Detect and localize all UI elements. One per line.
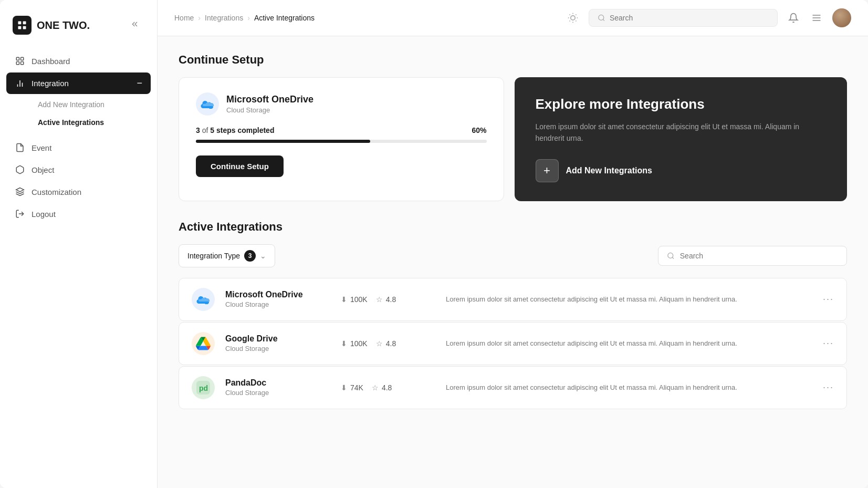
filter-count-badge: 3 xyxy=(244,250,256,262)
download-icon: ⬇ xyxy=(341,339,347,348)
user-avatar[interactable] xyxy=(832,8,851,27)
explore-title: Explore more Integrations xyxy=(536,96,827,112)
sidebar-item-label: Integration xyxy=(32,79,69,88)
steps-text: 3 of 5 steps completed xyxy=(196,126,274,134)
onedrive-description: Lorem ipsum dolor sit amet consectetur a… xyxy=(446,294,812,305)
object-icon xyxy=(15,164,25,175)
add-new-integrations-button[interactable]: + Add New Integrations xyxy=(536,159,827,182)
onedrive-rating: ☆ 4.8 xyxy=(376,295,396,304)
integration-type-filter[interactable]: Integration Type 3 ⌄ xyxy=(179,244,275,267)
notifications-button[interactable] xyxy=(786,11,801,25)
customization-icon xyxy=(15,186,25,197)
breadcrumb-sep-1: › xyxy=(198,14,201,22)
gdrive-downloads: ⬇ 100K xyxy=(341,339,368,348)
pandadoc-downloads: ⬇ 74K xyxy=(341,383,363,392)
pandadoc-logo-small: pd xyxy=(192,376,215,399)
pandadoc-name: PandaDoc xyxy=(225,378,330,388)
card-type: Cloud Storage xyxy=(226,106,313,114)
onedrive-name: Microsoft OneDrive xyxy=(225,290,330,299)
breadcrumb-integrations[interactable]: Integrations xyxy=(205,14,243,22)
breadcrumb-home[interactable]: Home xyxy=(174,14,194,22)
sidebar-item-label: Logout xyxy=(32,210,56,219)
sidebar-item-dashboard[interactable]: Dashboard xyxy=(6,50,151,71)
explore-card: Explore more Integrations Lorem ipsum do… xyxy=(515,77,848,201)
gdrive-type: Cloud Storage xyxy=(225,345,330,352)
filter-label: Integration Type xyxy=(187,252,240,260)
star-icon: ☆ xyxy=(376,295,383,304)
svg-rect-7 xyxy=(21,62,24,65)
svg-line-17 xyxy=(576,20,576,21)
sidebar-nav: Dashboard Integration − xyxy=(0,50,157,94)
svg-line-28 xyxy=(672,257,674,259)
integration-item-gdrive: Google Drive Cloud Storage ⬇ 100K ☆ 4.8 xyxy=(179,322,847,365)
integration-icon xyxy=(15,78,25,89)
sidebar-item-logout[interactable]: Logout xyxy=(6,203,151,224)
svg-line-23 xyxy=(603,19,604,21)
logo-text: ONE TWO. xyxy=(37,19,90,32)
collapse-icon: − xyxy=(137,78,142,89)
filter-chevron-icon: ⌄ xyxy=(260,252,266,260)
svg-rect-3 xyxy=(23,26,26,29)
filter-row: Integration Type 3 ⌄ xyxy=(179,244,847,267)
integration-list: Microsoft OneDrive Cloud Storage ⬇ 100K … xyxy=(179,278,847,409)
sidebar-item-object[interactable]: Object xyxy=(6,159,151,180)
sidebar-item-active-integrations[interactable]: Active Integrations xyxy=(29,114,151,131)
sidebar-collapse-button[interactable] xyxy=(128,18,144,33)
gdrive-logo-small xyxy=(192,332,215,355)
sidebar-item-event[interactable]: Event xyxy=(6,137,151,158)
sidebar-item-integration[interactable]: Integration − xyxy=(6,72,151,94)
card-name: Microsoft OneDrive xyxy=(226,94,313,105)
integration-search-input[interactable] xyxy=(680,252,838,260)
download-icon: ⬇ xyxy=(341,295,347,304)
menu-button[interactable] xyxy=(809,11,824,25)
svg-rect-5 xyxy=(21,57,24,60)
gdrive-more-button[interactable]: ··· xyxy=(823,338,834,349)
add-icon: + xyxy=(536,159,559,182)
svg-rect-4 xyxy=(16,57,19,60)
integration-item-pandadoc: pd PandaDoc Cloud Storage ⬇ 74K xyxy=(179,366,847,409)
onedrive-downloads: ⬇ 100K xyxy=(341,295,368,304)
pandadoc-stats: ⬇ 74K ☆ 4.8 xyxy=(341,383,435,392)
svg-point-27 xyxy=(668,253,673,258)
svg-point-22 xyxy=(599,15,604,20)
pandadoc-description: Lorem ipsum dolor sit amet consectetur a… xyxy=(446,382,812,393)
svg-line-16 xyxy=(570,15,570,15)
svg-line-20 xyxy=(570,20,570,21)
active-integrations-title: Active Integrations xyxy=(179,220,847,234)
pandadoc-rating: ☆ 4.8 xyxy=(372,383,392,392)
logo-icon xyxy=(13,16,32,35)
integration-subnav: Add New Integration Active Integrations xyxy=(0,94,157,133)
logo-area: ONE TWO. xyxy=(0,11,157,50)
breadcrumb-sep-2: › xyxy=(247,14,250,22)
onedrive-logo xyxy=(196,92,219,116)
header-right xyxy=(566,8,851,27)
gdrive-description: Lorem ipsum dolor sit amet consectetur a… xyxy=(446,338,812,349)
steps-pct: 60% xyxy=(472,126,486,134)
continue-setup-button[interactable]: Continue Setup xyxy=(196,155,284,177)
main-content: Home › Integrations › Active Integration… xyxy=(158,0,868,488)
page-content: Continue Setup Microsoft OneDrive xyxy=(158,36,868,488)
header-search-input[interactable] xyxy=(610,14,769,22)
dashboard-icon xyxy=(15,56,25,66)
pandadoc-more-button[interactable]: ··· xyxy=(823,382,834,393)
progress-fill xyxy=(196,140,370,143)
sidebar-item-label: Object xyxy=(32,165,54,174)
star-icon: ☆ xyxy=(372,383,379,392)
integration-item-onedrive: Microsoft OneDrive Cloud Storage ⬇ 100K … xyxy=(179,278,847,321)
theme-toggle-button[interactable] xyxy=(566,11,580,25)
onedrive-more-button[interactable]: ··· xyxy=(823,294,834,305)
integration-search-box[interactable] xyxy=(658,246,847,266)
header-search-box[interactable] xyxy=(589,9,778,27)
onedrive-logo-small xyxy=(192,288,215,311)
onedrive-type: Cloud Storage xyxy=(225,300,330,308)
gdrive-name: Google Drive xyxy=(225,334,330,344)
sidebar-item-label: Event xyxy=(32,143,51,152)
svg-rect-2 xyxy=(18,26,22,29)
sidebar-item-add-new[interactable]: Add New Integration xyxy=(29,96,151,113)
sidebar-item-label: Dashboard xyxy=(32,57,70,66)
gdrive-rating: ☆ 4.8 xyxy=(376,339,396,348)
download-icon: ⬇ xyxy=(341,383,347,392)
logout-icon xyxy=(15,209,25,219)
sidebar-item-customization[interactable]: Customization xyxy=(6,181,151,202)
gdrive-info: Google Drive Cloud Storage xyxy=(225,334,330,352)
